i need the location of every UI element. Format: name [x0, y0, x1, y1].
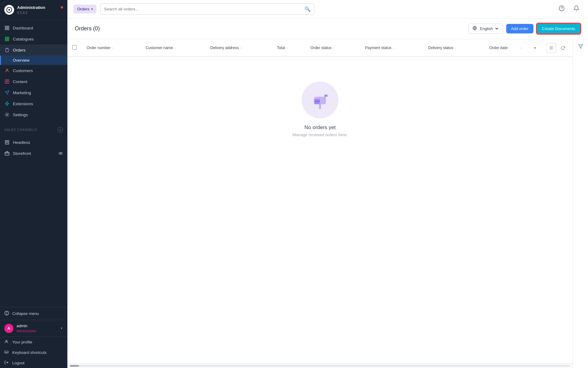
select-all-checkbox[interactable]	[72, 45, 77, 50]
keyboard-shortcuts-label: Keyboard shortcuts	[12, 350, 47, 355]
search-bar: 🔍	[100, 3, 315, 15]
sidebar-item-storefront[interactable]: Storefront	[0, 148, 67, 159]
add-order-button[interactable]: Add order	[506, 24, 533, 33]
sidebar-item-marketing[interactable]: Marketing	[0, 87, 67, 98]
svg-rect-4	[7, 28, 9, 30]
svg-rect-15	[5, 152, 9, 155]
sidebar-item-label: Orders	[13, 48, 25, 52]
chevron-down-icon: ▾	[91, 7, 93, 11]
empty-subtitle: Manage received orders here.	[292, 132, 348, 137]
sort-dots-icon: ···	[174, 46, 176, 50]
sidebar-item-customers[interactable]: Customers	[0, 65, 67, 76]
sort-dots-icon: ···	[240, 46, 242, 50]
sidebar: Administration 6.5.8.2 Dashboard	[0, 0, 67, 368]
sidebar-item-label: Marketing	[13, 90, 31, 95]
svg-rect-32	[324, 95, 328, 97]
th-order-number: Order number ···	[82, 39, 141, 57]
marketing-icon	[4, 90, 10, 95]
user-name: admin	[17, 324, 36, 328]
collapse-menu-button[interactable]: Collapse menu	[0, 307, 67, 320]
table-wrapper: Order number ··· Customer name ···	[67, 39, 573, 368]
svg-rect-13	[7, 140, 9, 142]
user-menu[interactable]: A admin Administrator ▼	[0, 320, 67, 336]
col-order-date-label: Order date	[489, 46, 508, 50]
brand-info: Administration 6.5.8.2	[17, 5, 45, 15]
empty-state: No orders yet Manage received orders her…	[67, 57, 573, 162]
sidebar-footer: Collapse menu A admin Administrator ▼ Yo…	[0, 307, 67, 368]
sidebar-item-dashboard[interactable]: Dashboard	[0, 22, 67, 33]
th-delivery-address: Delivery address ···	[205, 39, 272, 57]
add-sales-channel-button[interactable]: +	[58, 127, 63, 132]
filter-button[interactable]	[576, 42, 586, 52]
svg-rect-8	[6, 48, 8, 49]
language-selector[interactable]: English German French	[469, 24, 503, 34]
sort-dots-icon: ···	[286, 46, 288, 50]
column-settings-button[interactable]	[546, 43, 556, 53]
sidebar-item-label: Settings	[13, 113, 28, 117]
dashboard-icon	[4, 25, 10, 31]
svg-rect-6	[5, 39, 9, 40]
sort-dots-icon: ···	[520, 46, 521, 50]
svg-rect-20	[5, 351, 8, 353]
table-scroll[interactable]: Order number ··· Customer name ···	[67, 39, 573, 363]
create-documents-button[interactable]: Create Documents	[537, 23, 581, 34]
orders-table: Order number ··· Customer name ···	[67, 39, 573, 57]
page-header-actions: English German French Add order Create D…	[469, 23, 581, 34]
main-content: Orders ▾ 🔍	[67, 0, 588, 368]
collapse-menu-label: Collapse menu	[12, 311, 39, 316]
your-profile-link[interactable]: Your profile	[0, 337, 67, 347]
sidebar-subitem-label: Overview	[13, 58, 29, 63]
refresh-button[interactable]	[558, 43, 568, 53]
select-all-col	[67, 39, 82, 57]
svg-point-16	[59, 152, 62, 155]
user-avatar: A	[4, 324, 13, 333]
sidebar-item-catalogues[interactable]: Catalogues	[0, 33, 67, 44]
th-order-date: Order date ··· ▼	[484, 39, 541, 57]
logout-label: Logout	[12, 361, 24, 365]
th-total: Total ···	[272, 39, 306, 57]
notifications-button[interactable]	[571, 4, 582, 15]
catalogues-icon	[4, 36, 10, 42]
sales-channels-nav: Headless Storefront	[0, 134, 67, 161]
customers-icon	[4, 68, 10, 73]
th-payment-status: Payment status ···	[360, 39, 423, 57]
user-role: Administrator	[17, 329, 36, 333]
svg-point-11	[6, 114, 8, 115]
search-input[interactable]	[100, 4, 301, 14]
sidebar-item-label: Catalogues	[13, 37, 34, 41]
storefront-visibility-icon	[58, 151, 63, 156]
sidebar-item-extensions[interactable]: Extensions	[0, 98, 67, 109]
search-button[interactable]: 🔍	[301, 4, 314, 14]
horizontal-scrollbar[interactable]	[67, 363, 573, 368]
collapse-icon	[4, 311, 9, 316]
app-logo	[4, 5, 14, 15]
svg-rect-14	[5, 143, 9, 144]
sidebar-item-orders[interactable]: Orders	[0, 44, 67, 56]
sort-dots-icon: ···	[393, 46, 394, 50]
sidebar-item-label: Extensions	[13, 102, 33, 106]
svg-rect-12	[5, 140, 7, 142]
sidebar-item-label: Headless	[13, 140, 30, 145]
help-button[interactable]	[556, 4, 567, 15]
sidebar-subitem-overview[interactable]: Overview	[0, 56, 67, 65]
create-documents-label: Create Documents	[542, 26, 575, 31]
search-icon: 🔍	[304, 6, 311, 12]
sidebar-item-content[interactable]: Content	[0, 76, 67, 87]
sort-dots-icon: ···	[454, 46, 456, 50]
empty-title: No orders yet	[304, 125, 336, 131]
sidebar-item-settings[interactable]: Settings	[0, 109, 67, 120]
logout-icon	[4, 360, 9, 365]
orders-icon	[4, 47, 10, 53]
language-dropdown[interactable]: English German French	[479, 26, 499, 31]
sales-channels-section: Sales Channels +	[0, 123, 67, 134]
col-delivery-address-label: Delivery address	[210, 46, 239, 50]
sidebar-item-headless[interactable]: Headless	[0, 137, 67, 148]
svg-point-9	[6, 69, 8, 71]
extensions-icon	[4, 101, 10, 106]
logout-link[interactable]: Logout	[0, 358, 67, 368]
th-customer-name: Customer name ···	[141, 39, 205, 57]
search-context-dropdown[interactable]: Orders ▾	[74, 5, 96, 13]
user-chevron-icon: ▼	[60, 327, 63, 330]
keyboard-shortcuts-link[interactable]: Keyboard shortcuts	[0, 347, 67, 358]
profile-link-label: Your profile	[12, 340, 32, 344]
